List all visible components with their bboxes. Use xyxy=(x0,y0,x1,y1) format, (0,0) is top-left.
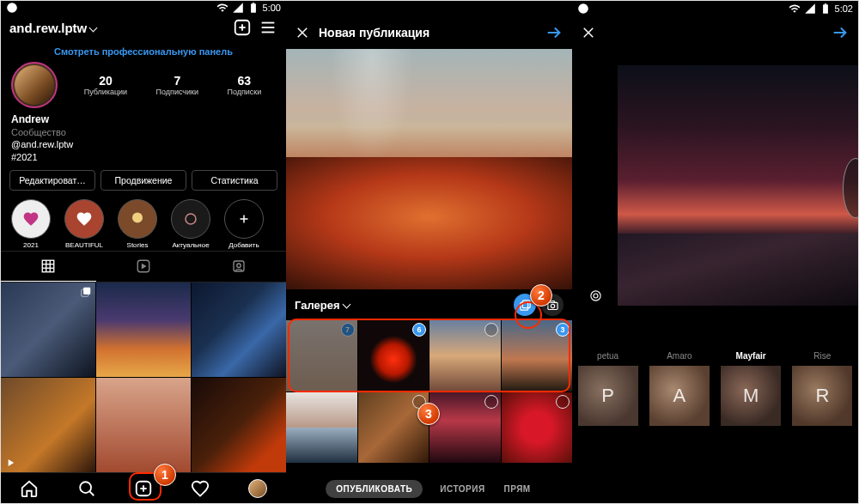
gallery-thumbnail[interactable]: 4 xyxy=(286,392,357,464)
svg-point-33 xyxy=(551,304,554,307)
gallery-dropdown[interactable]: Галерея xyxy=(295,299,509,312)
home-icon[interactable] xyxy=(20,479,39,498)
filter-option[interactable]: Mayfair M xyxy=(716,351,787,426)
battery-icon xyxy=(819,3,832,15)
profile-avatar-nav[interactable] xyxy=(248,479,267,498)
feed-grid xyxy=(1,282,286,472)
chevron-down-icon xyxy=(344,299,350,312)
svg-rect-30 xyxy=(522,300,530,307)
mode-live[interactable]: ПРЯМ xyxy=(503,480,533,498)
svg-point-34 xyxy=(578,3,588,14)
grid-tab[interactable] xyxy=(1,252,96,282)
svg-rect-12 xyxy=(43,260,55,272)
svg-point-41 xyxy=(594,294,598,298)
filter-strip[interactable]: petua P Amaro A Mayfair M Rise R xyxy=(572,322,858,426)
pro-panel-link[interactable]: Смотреть профессиональную панель xyxy=(1,41,286,62)
hamburger-icon[interactable] xyxy=(259,18,277,37)
bottom-nav xyxy=(1,472,286,503)
bio-block: Andrew Сообщество @and.rew.lptw #2021 xyxy=(1,113,286,170)
status-bar: 5:00 xyxy=(1,1,286,15)
highlight-item[interactable]: 2021 xyxy=(9,199,52,244)
gallery-thumbnail[interactable] xyxy=(358,392,430,464)
username-dropdown[interactable]: and.rew.lptw xyxy=(9,21,96,35)
gallery-thumbnail[interactable]: 7 xyxy=(286,320,357,392)
shazam-icon xyxy=(577,3,589,15)
wifi-icon xyxy=(216,2,228,14)
tag-people-button[interactable] xyxy=(584,284,606,307)
gallery-thumbnail[interactable] xyxy=(430,320,501,392)
signal-icon xyxy=(804,3,816,15)
mode-story[interactable]: ИСТОРИЯ xyxy=(438,480,486,498)
filter-preview[interactable] xyxy=(572,49,858,322)
gallery-thumbnail[interactable] xyxy=(502,392,573,464)
clock-text: 5:02 xyxy=(835,3,853,14)
svg-point-0 xyxy=(7,3,17,13)
following-stat[interactable]: 63Подписки xyxy=(227,74,261,96)
photo-preview[interactable] xyxy=(286,49,572,289)
new-post-icon[interactable] xyxy=(134,479,153,498)
play-icon xyxy=(4,457,16,469)
gallery-grid: 7 6 3 xyxy=(286,320,572,392)
feed-thumbnail[interactable] xyxy=(192,282,286,377)
tutorial-step-1: 1 xyxy=(154,464,176,486)
clock-text: 5:00 xyxy=(263,3,281,13)
chevron-down-icon xyxy=(90,21,96,35)
tutorial-step-3: 3 xyxy=(417,403,440,425)
svg-rect-20 xyxy=(83,288,90,295)
tutorial-step-2: 2 xyxy=(530,284,552,307)
carousel-icon xyxy=(80,286,92,298)
avatar[interactable] xyxy=(11,62,58,108)
new-post-title: Новая публикация xyxy=(319,26,536,39)
feed-thumbnail[interactable] xyxy=(192,378,286,472)
gallery-thumbnail[interactable]: 3 xyxy=(502,320,573,392)
shazam-icon xyxy=(6,2,18,14)
feed-thumbnail[interactable] xyxy=(1,378,95,472)
highlight-item[interactable]: Актуальное xyxy=(169,199,212,244)
promote-button[interactable]: Продвижение xyxy=(101,170,186,191)
highlight-item[interactable]: BEAUTIFUL xyxy=(63,199,106,244)
status-bar xyxy=(286,1,572,16)
mode-publish[interactable]: ОПУБЛИКОВАТЬ xyxy=(326,480,423,498)
create-post-icon[interactable] xyxy=(233,18,252,37)
next-arrow-icon[interactable] xyxy=(545,23,564,42)
gallery-thumbnail[interactable] xyxy=(430,392,501,464)
tagged-tab[interactable] xyxy=(191,252,286,282)
svg-point-40 xyxy=(590,290,600,300)
status-bar: 5:02 xyxy=(572,1,858,16)
svg-point-22 xyxy=(80,482,91,493)
wifi-icon xyxy=(789,3,801,15)
filter-option[interactable]: Amaro A xyxy=(643,351,715,426)
phone-profile: 5:00 and.rew.lptw Смотреть профессиональ… xyxy=(1,1,286,503)
battery-icon xyxy=(247,2,259,14)
gallery-thumbnail[interactable]: 6 xyxy=(358,320,430,392)
signal-icon xyxy=(232,2,244,14)
followers-stat[interactable]: 7Подписчики xyxy=(156,74,199,96)
phone-filters: 5:02 petua P Amaro A Mayfair M Rise R xyxy=(572,1,858,503)
feed-thumbnail[interactable] xyxy=(96,282,191,377)
svg-rect-35 xyxy=(823,4,828,14)
phone-new-post: Новая публикация Галерея 7 6 3 4 ОПУБЛИК… xyxy=(286,1,572,503)
svg-point-9 xyxy=(186,214,196,224)
highlight-item[interactable]: Stories xyxy=(116,199,159,244)
reels-tab[interactable] xyxy=(96,252,192,282)
svg-rect-2 xyxy=(252,3,253,3)
close-icon[interactable] xyxy=(581,25,596,40)
highlight-add[interactable]: Добавить xyxy=(222,199,265,244)
svg-rect-36 xyxy=(824,3,825,4)
posts-stat[interactable]: 20Публикации xyxy=(84,74,127,96)
feed-thumbnail[interactable] xyxy=(96,378,191,472)
filter-option[interactable]: Rise R xyxy=(787,351,858,426)
insights-button[interactable]: Статистика xyxy=(192,170,277,191)
filter-option[interactable]: petua P xyxy=(572,351,643,426)
svg-point-19 xyxy=(236,264,241,268)
activity-icon[interactable] xyxy=(191,479,210,498)
post-mode-tabs: ОПУБЛИКОВАТЬ ИСТОРИЯ ПРЯМ xyxy=(286,480,572,498)
edit-profile-button[interactable]: Редактироват… xyxy=(9,170,95,191)
close-icon[interactable] xyxy=(295,25,310,40)
feed-thumbnail[interactable] xyxy=(1,282,95,377)
svg-line-23 xyxy=(89,491,94,495)
svg-rect-31 xyxy=(520,302,527,310)
svg-rect-1 xyxy=(251,3,256,13)
search-icon[interactable] xyxy=(77,479,96,498)
next-arrow-icon[interactable] xyxy=(831,23,850,42)
